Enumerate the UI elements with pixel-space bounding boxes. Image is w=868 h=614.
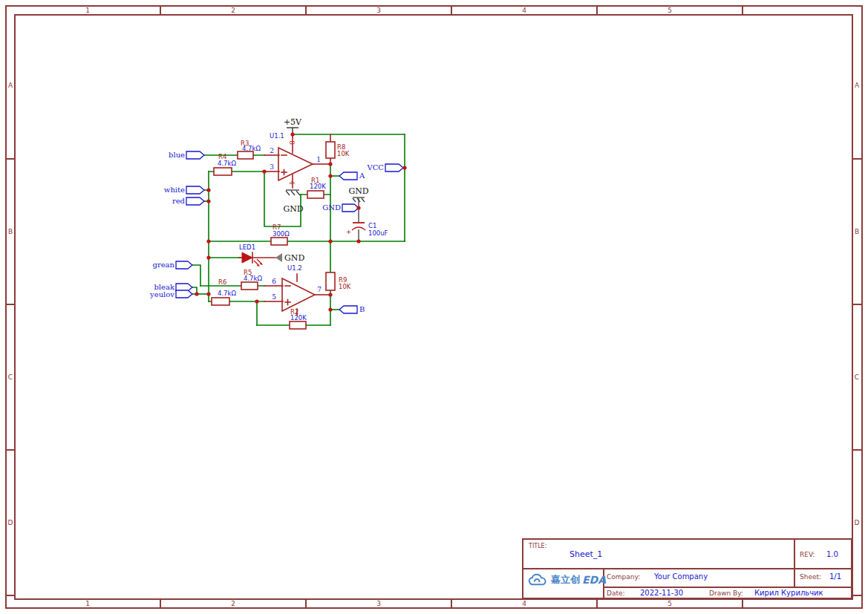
r4-value: 4.7kΩ [218, 160, 236, 167]
net-yeulov-label: yeulov [149, 290, 174, 298]
col-label: 3 [376, 7, 381, 14]
net-flag-grean[interactable]: grean [152, 261, 192, 269]
led-led1[interactable]: LED1 [239, 244, 275, 267]
row-label: B [855, 228, 859, 235]
row-label: C [8, 373, 13, 381]
col-label: 1 [85, 7, 90, 14]
date-value: 2022-11-30 [640, 589, 683, 597]
capacitor-c1[interactable]: + C1 100uF [346, 222, 388, 241]
gnd-led-label: GND [284, 253, 304, 263]
company-label: Company: [607, 573, 640, 581]
net-flag-red[interactable]: red [172, 197, 204, 205]
title-label: TITLE: [529, 543, 546, 549]
pin-2: 2 [270, 147, 274, 154]
col-label: 5 [668, 7, 672, 14]
resistor-r2[interactable]: R2 120K [290, 308, 307, 329]
c1-ref: C1 [368, 222, 376, 229]
row-label: C [855, 373, 859, 381]
net-white-label: white [164, 186, 185, 194]
resistor-r8[interactable]: R8 10K [326, 134, 350, 164]
net-blue-label: blue [169, 151, 185, 159]
pin-8: 8 [288, 140, 296, 145]
sheet-value: 1/1 [829, 572, 841, 581]
c1-plus-sign: + [346, 228, 351, 235]
titleblock-divider [603, 587, 851, 588]
resistor-r1[interactable]: R1 120K [307, 177, 326, 198]
r9-value: 10K [339, 283, 351, 290]
pin-3: 3 [270, 163, 274, 171]
net-flag-blue[interactable]: blue [169, 151, 204, 159]
resistor-r3[interactable]: R3 4.7kΩ [238, 140, 261, 159]
titleblock-divider [523, 568, 851, 569]
led1-ref: LED1 [239, 244, 255, 251]
pin-4: 4 [288, 180, 296, 185]
schematic-canvas: 1 2 3 4 5 1 2 3 4 5 A B C D A B C D [0, 0, 868, 614]
r6-value: 4.7kΩ [218, 290, 236, 297]
net-flag-yeulov[interactable]: yeulov [149, 290, 192, 298]
drawn-by-value: Кирил Курильчик [754, 589, 823, 597]
date-label: Date: [607, 589, 625, 597]
r1-value: 120K [310, 183, 326, 190]
logo-text-en: EDA [582, 574, 606, 586]
net-grean-label: grean [152, 261, 174, 269]
col-label: 4 [522, 600, 526, 607]
jlceda-logo: 嘉立创EDA [528, 572, 606, 587]
net-flag-vcc[interactable]: VCC [366, 163, 403, 172]
schematic-sheet[interactable]: 1 2 3 4 5 1 2 3 4 5 A B C D A B C D [0, 0, 868, 614]
row-label: D [855, 519, 860, 526]
cloud-icon [528, 572, 549, 587]
gnd-cap-label: GND [348, 186, 368, 196]
pin-1: 1 [316, 156, 321, 163]
resistor-r9[interactable]: R9 10K [326, 272, 351, 290]
r2-value: 120K [290, 314, 307, 321]
r5-value: 4.7kΩ [244, 275, 262, 282]
title-block: TITLE: Sheet_1 REV: 1.0 Company: Your Co… [522, 538, 852, 599]
net-b-label: B [359, 305, 365, 313]
col-label: 4 [522, 7, 526, 14]
row-label: B [8, 228, 13, 235]
row-label: A [8, 82, 13, 89]
company-value: Your Company [654, 572, 708, 581]
power-flag-5v[interactable]: +5V [284, 117, 302, 134]
gnd-flag-led[interactable]: GND [275, 253, 304, 263]
net-gnd-label: GND [322, 203, 341, 212]
r6-ref: R6 [218, 278, 226, 286]
sheet-label: Sheet: [800, 573, 821, 581]
col-label: 5 [668, 600, 672, 607]
logo-text-cn: 嘉立创 [551, 573, 580, 587]
drawn-by-label: Drawn By: [709, 589, 743, 597]
col-label: 3 [376, 600, 381, 607]
col-label: 2 [231, 7, 235, 14]
net-vcc-label: VCC [366, 163, 384, 172]
row-label: A [855, 82, 860, 89]
net-flag-a[interactable]: A [339, 172, 365, 180]
r8-value: 10K [337, 150, 350, 157]
pin-6: 6 [272, 278, 276, 285]
c1-value: 100uF [368, 229, 388, 237]
gnd-opamp-label: GND [283, 204, 303, 214]
col-label: 1 [85, 600, 90, 607]
net-flag-gnd[interactable]: GND [322, 203, 359, 212]
frame-col-labels: 1 2 3 4 5 1 2 3 4 5 A B C D A B C D [8, 7, 860, 607]
u1-2-ref: U1.2 [287, 264, 302, 272]
pin-7: 7 [317, 286, 322, 293]
sheet-title: Sheet_1 [570, 549, 602, 559]
u1-1-ref: U1.1 [270, 132, 284, 140]
net-flag-b[interactable]: B [339, 305, 365, 313]
plus5v-label: +5V [284, 117, 302, 127]
sheet-border: 1 2 3 4 5 1 2 3 4 5 A B C D A B C D [6, 6, 862, 608]
rev-label: REV: [800, 551, 815, 558]
frame-ticks [6, 6, 862, 608]
net-a-label: A [359, 172, 365, 180]
net-flag-white[interactable]: white [164, 186, 204, 194]
rev-value: 1.0 [826, 550, 838, 558]
r3-value: 4.7kΩ [242, 145, 261, 152]
pin-5: 5 [272, 293, 276, 301]
titleblock-divider [794, 540, 795, 587]
row-label: D [8, 519, 13, 526]
opamp-u1-1[interactable]: U1.1 2 3 1 8 4 [264, 132, 330, 188]
net-red-label: red [172, 197, 186, 205]
col-label: 2 [231, 600, 235, 607]
r7-value: 300Ω [273, 230, 290, 238]
